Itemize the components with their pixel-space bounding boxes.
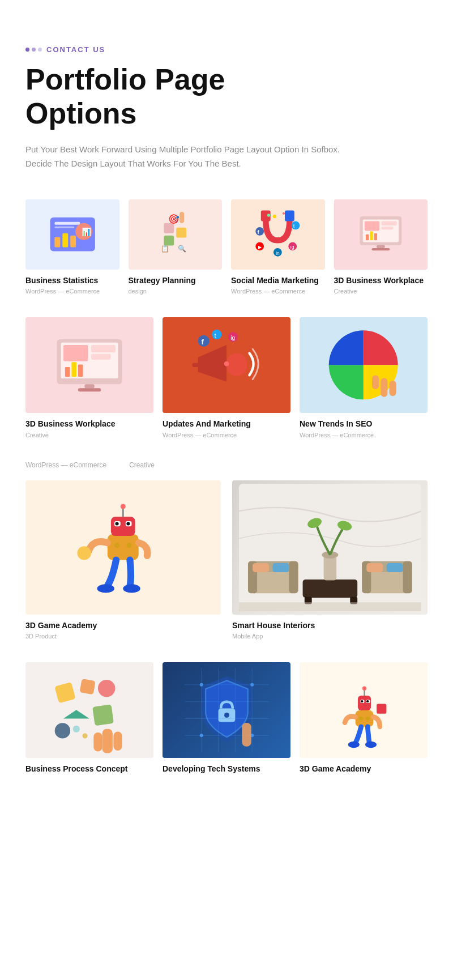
svg-rect-88 [403,561,412,593]
svg-rect-100 [55,723,70,739]
svg-point-131 [359,717,363,721]
card-title-business-process: Business Process Concept [25,764,153,774]
card-smart-house[interactable]: Smart House Interiors Mobile App [232,480,428,640]
business-process-icon [32,667,147,753]
svg-rect-39 [371,248,390,250]
svg-rect-79 [289,561,298,593]
card-title-business-statistics: Business Statistics [25,275,119,286]
card-tag-smart-house: Mobile App [232,633,428,640]
svg-rect-60 [372,376,379,389]
svg-rect-48 [84,384,94,388]
grid-3-bottom: Business Process Concept [25,662,428,777]
card-business-process[interactable]: Business Process Concept [25,662,153,777]
filter-label-wordpress: WordPress — eCommerce [25,461,106,469]
social-media-icon: f t ig ▶ in [238,204,318,265]
card-3d-workplace-small[interactable]: 3D Business Workplace Creative [334,199,428,295]
thumb-3d-workplace-medium [25,317,153,414]
page-wrapper: CONTACT US Portfolio Page Options Put Yo… [0,0,453,845]
card-updates-marketing[interactable]: f t ig Updates And Marketing WordPress —… [163,317,290,438]
svg-rect-43 [91,345,116,352]
svg-rect-99 [92,705,114,726]
svg-rect-34 [381,227,393,229]
dot-3 [38,48,42,52]
svg-point-129 [348,741,360,748]
card-title-3d-workplace-medium: 3D Business Workplace [25,419,153,429]
svg-rect-36 [370,231,373,240]
svg-rect-10 [164,236,174,246]
svg-point-104 [73,726,80,732]
card-title-strategy-planning: Strategy Planning [129,275,223,286]
game-academy-bottom-icon [309,670,418,751]
card-tag-updates-marketing: WordPress — eCommerce [163,432,290,438]
svg-text:📋: 📋 [161,244,169,253]
thumb-business-process [25,662,153,759]
svg-rect-16 [285,210,294,221]
svg-point-130 [365,741,377,748]
svg-rect-8 [164,223,174,233]
svg-rect-97 [80,679,96,694]
svg-rect-1 [54,222,80,225]
svg-rect-62 [108,534,139,560]
svg-point-66 [116,522,119,526]
svg-rect-121 [356,710,374,727]
svg-rect-81 [272,563,289,572]
card-seo-trends[interactable]: New Trends In SEO WordPress — eCommerce [300,317,428,438]
svg-point-27 [273,215,276,218]
svg-text:in: in [276,250,280,256]
svg-text:▶: ▶ [258,244,262,250]
svg-rect-47 [78,364,83,377]
svg-point-105 [83,734,88,739]
card-game-academy-bottom[interactable]: 3D Game Academy [300,662,428,777]
card-business-statistics[interactable]: 📊 Business Statistics WordPress — eComme… [25,199,119,295]
svg-rect-90 [386,563,403,572]
svg-point-72 [114,543,119,548]
svg-rect-95 [239,602,421,611]
svg-rect-103 [94,732,102,752]
svg-rect-82 [302,580,357,598]
svg-rect-38 [377,245,385,248]
card-3d-workplace-medium[interactable]: 3D Business Workplace Creative [25,317,153,438]
card-game-academy-large[interactable]: 3D Game Academy 3D Product [25,480,221,640]
svg-rect-2 [54,227,74,228]
thumb-social-media: f t ig ▶ in [231,199,325,270]
card-developing-tech[interactable]: Developing Tech Systems [163,662,290,777]
card-tag-3d-workplace-small: Creative [334,288,428,295]
card-tag-seo-trends: WordPress — eCommerce [300,432,428,438]
svg-point-116 [199,683,203,687]
thumb-game-academy-large [25,480,221,615]
svg-rect-102 [114,732,122,751]
card-tag-social-media: WordPress — eCommerce [231,288,325,295]
svg-text:🔍: 🔍 [178,244,186,253]
svg-point-132 [366,717,370,721]
svg-rect-37 [374,233,377,241]
svg-text:f: f [201,337,204,346]
svg-rect-133 [377,704,386,713]
game-academy-large-icon [35,487,211,607]
card-title-seo-trends: New Trends In SEO [300,419,428,429]
svg-rect-52 [192,363,200,367]
3d-workplace-small-icon [341,204,421,265]
svg-rect-59 [381,378,388,398]
svg-rect-42 [63,345,88,361]
svg-rect-46 [71,362,76,377]
card-title-smart-house: Smart House Interiors [232,620,428,630]
svg-text:ig: ig [290,244,294,250]
seo-trends-icon [306,322,421,408]
grid-2-col: 3D Game Academy 3D Product [25,480,428,640]
svg-rect-49 [78,388,101,391]
thumb-seo-trends [300,317,428,414]
svg-point-98 [98,680,116,697]
svg-rect-45 [65,367,70,377]
card-title-game-academy-bottom: 3D Game Academy [300,764,428,774]
svg-rect-96 [55,683,76,704]
svg-text:t: t [293,223,295,229]
business-statistics-icon: 📊 [35,206,110,262]
card-strategy-planning[interactable]: 🎯 🔍 📋 Strategy Planning design [129,199,223,295]
svg-rect-44 [91,353,111,359]
grid-4-col: 📊 Business Statistics WordPress — eComme… [25,199,428,295]
page-description: Put Your Best Work Forward Using Multipl… [25,142,365,171]
contact-label: CONTACT US [46,45,105,54]
svg-point-74 [78,547,91,560]
card-social-media[interactable]: f t ig ▶ in Social Media Marketing WordP… [231,199,325,295]
svg-rect-63 [111,517,135,536]
